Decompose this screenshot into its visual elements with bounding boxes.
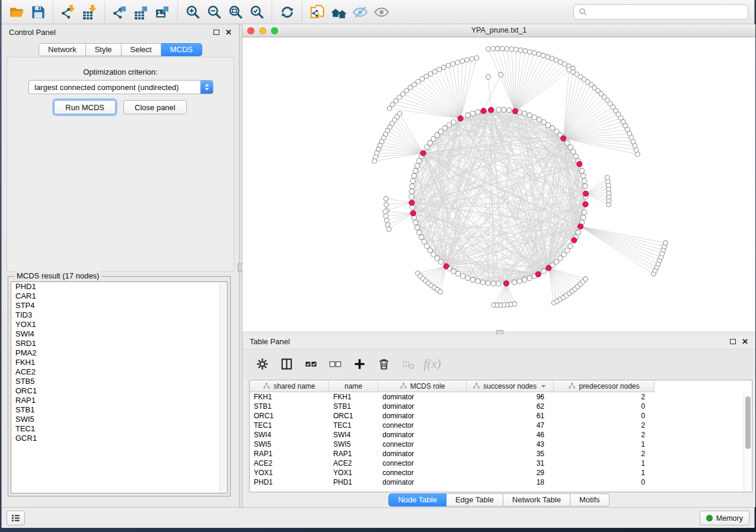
- graph-node[interactable]: [527, 113, 532, 117]
- table-row[interactable]: PHD1PHD1dominator180: [250, 477, 655, 487]
- graph-node[interactable]: [550, 126, 555, 130]
- graph-hub-node[interactable]: [409, 200, 414, 206]
- graph-node[interactable]: [512, 302, 517, 306]
- zoom-fit-button[interactable]: [225, 2, 246, 22]
- graph-node[interactable]: [573, 154, 578, 159]
- graph-node[interactable]: [438, 259, 443, 264]
- graph-node[interactable]: [581, 174, 586, 178]
- graph-node[interactable]: [583, 277, 588, 281]
- graph-node[interactable]: [409, 189, 414, 194]
- deselect-all-rows-button[interactable]: [325, 354, 345, 374]
- graph-node[interactable]: [437, 67, 442, 72]
- mcds-result-item[interactable]: SRD1: [11, 339, 227, 348]
- graph-node[interactable]: [474, 56, 479, 60]
- network-canvas[interactable]: [243, 37, 755, 331]
- table-scrollbar-thumb[interactable]: [745, 396, 751, 449]
- graph-node[interactable]: [496, 281, 501, 286]
- tab-style[interactable]: Style: [86, 43, 122, 56]
- mcds-result-item[interactable]: ORC1: [11, 386, 227, 396]
- graph-hub-node[interactable]: [546, 265, 551, 271]
- graph-node[interactable]: [384, 196, 388, 201]
- graph-node[interactable]: [455, 60, 460, 65]
- graph-hub-node[interactable]: [481, 108, 486, 114]
- graph-node[interactable]: [509, 47, 514, 52]
- graph-node[interactable]: [582, 210, 586, 214]
- tab-select[interactable]: Select: [122, 43, 161, 56]
- graph-node[interactable]: [517, 279, 522, 284]
- mcds-result-item[interactable]: SWI5: [11, 415, 227, 424]
- graph-hub-node[interactable]: [444, 264, 449, 269]
- graph-node[interactable]: [387, 106, 392, 111]
- export-network-button[interactable]: [109, 2, 130, 22]
- table-row[interactable]: FKH1FKH1dominator962: [250, 392, 655, 402]
- mcds-result-item[interactable]: ACE2: [11, 367, 227, 377]
- zoom-in-button[interactable]: [182, 2, 203, 22]
- tab-network[interactable]: Network: [39, 43, 86, 56]
- graph-node[interactable]: [470, 111, 475, 116]
- mcds-result-item[interactable]: STB1: [11, 405, 227, 415]
- table-row[interactable]: SWI4SWI4dominator462: [250, 430, 655, 440]
- save-session-button[interactable]: [27, 2, 49, 22]
- graph-node[interactable]: [451, 269, 456, 274]
- table-scrollbar[interactable]: [744, 392, 752, 492]
- graph-node[interactable]: [465, 113, 470, 117]
- graph-node[interactable]: [500, 46, 505, 51]
- graph-node[interactable]: [558, 60, 563, 65]
- network-frame-titlebar[interactable]: YPA_prune.txt_1: [243, 24, 755, 37]
- table-mode-gear-button[interactable]: [252, 354, 272, 374]
- graph-node[interactable]: [546, 55, 550, 59]
- mcds-result-item[interactable]: TID3: [11, 310, 227, 320]
- hide-selected-button[interactable]: [349, 2, 371, 22]
- graph-node[interactable]: [451, 120, 456, 124]
- mcds-result-item[interactable]: PHD1: [11, 282, 227, 291]
- graph-node[interactable]: [414, 164, 419, 168]
- graph-node[interactable]: [480, 280, 485, 284]
- graph-node[interactable]: [413, 220, 418, 225]
- graph-node[interactable]: [383, 209, 388, 214]
- table-row[interactable]: ORC1ORC1dominator610: [250, 411, 655, 421]
- graph-node[interactable]: [385, 223, 390, 227]
- graph-node[interactable]: [528, 50, 532, 55]
- graph-node[interactable]: [635, 152, 640, 157]
- mcds-result-item[interactable]: YOX1: [11, 320, 227, 329]
- float-panel-icon[interactable]: [213, 30, 219, 35]
- graph-node[interactable]: [495, 46, 500, 51]
- table-row[interactable]: ACE2ACE2connector311: [250, 459, 655, 468]
- add-column-button[interactable]: [349, 354, 369, 374]
- show-all-button[interactable]: [371, 2, 392, 22]
- graph-hub-node[interactable]: [420, 150, 426, 156]
- graph-node[interactable]: [409, 194, 414, 199]
- graph-node[interactable]: [412, 82, 417, 87]
- graph-node[interactable]: [532, 115, 537, 120]
- column-header-successor-nodes[interactable]: successor nodes: [467, 380, 554, 392]
- graph-node[interactable]: [518, 48, 523, 53]
- graph-node[interactable]: [424, 74, 429, 79]
- graph-node[interactable]: [387, 227, 391, 232]
- graph-node[interactable]: [451, 62, 455, 66]
- graph-hub-node[interactable]: [578, 224, 583, 229]
- delete-column-button[interactable]: [374, 354, 394, 374]
- close-table-panel-icon[interactable]: ✕: [742, 338, 748, 345]
- graph-node[interactable]: [664, 241, 668, 245]
- search-box[interactable]: [573, 4, 748, 20]
- graph-node[interactable]: [446, 63, 451, 68]
- table-tab-node-table[interactable]: Node Table: [388, 493, 446, 507]
- graph-hub-node[interactable]: [410, 210, 416, 216]
- graph-node[interactable]: [567, 68, 572, 72]
- graph-node[interactable]: [523, 49, 528, 53]
- graph-node[interactable]: [491, 281, 496, 286]
- table-tab-edge-table[interactable]: Edge Table: [446, 493, 503, 507]
- graph-node[interactable]: [425, 145, 429, 149]
- graph-node[interactable]: [410, 178, 415, 183]
- zoom-selected-button[interactable]: [246, 2, 267, 22]
- graph-hub-node[interactable]: [572, 238, 577, 243]
- optimization-criterion-select[interactable]: largest connected component (undirected): [28, 80, 213, 94]
- column-header-predecessor-nodes[interactable]: predecessor nodes: [554, 380, 655, 392]
- graph-node[interactable]: [384, 218, 389, 223]
- graph-node[interactable]: [496, 107, 501, 112]
- graph-node[interactable]: [417, 159, 422, 164]
- table-row[interactable]: TEC1TEC1connector472: [250, 421, 655, 430]
- graph-node[interactable]: [579, 168, 584, 173]
- select-all-rows-button[interactable]: [301, 354, 321, 374]
- graph-node[interactable]: [460, 59, 465, 63]
